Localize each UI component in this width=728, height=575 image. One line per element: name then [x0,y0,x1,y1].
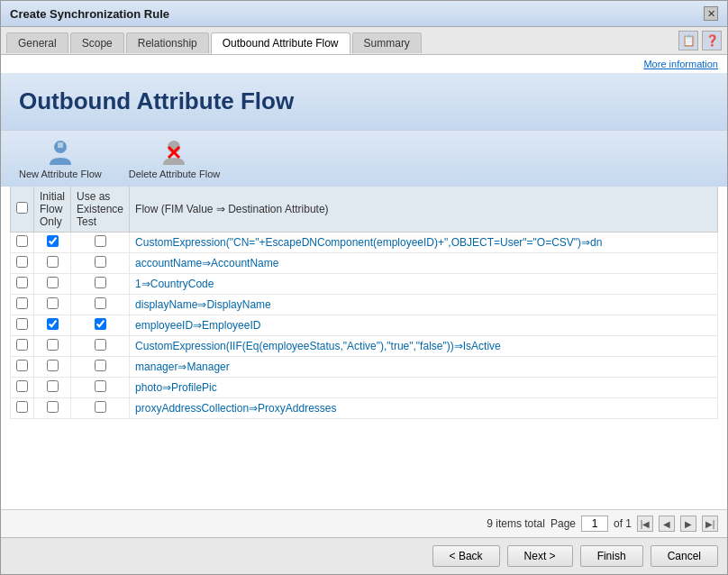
row-select-checkbox[interactable] [16,318,28,330]
page-label: Page [551,517,576,530]
flow-value: CustomExpression("CN="+EscapeDNComponent… [130,233,718,253]
select-all-checkbox[interactable] [16,202,28,214]
prev-page-button[interactable]: ◀ [659,516,675,532]
flow-value: CustomExpression(IIF(Eq(employeeStatus,"… [130,336,718,357]
tab-summary[interactable]: Summary [352,32,422,53]
flow-value: manager⇒Manager [130,357,718,378]
table-row: displayName⇒DisplayName [11,295,718,315]
next-button[interactable]: Next > [507,545,573,567]
flow-value: accountName⇒AccountName [130,253,718,274]
initial-flow-checkbox[interactable] [47,277,59,288]
table-header: Initial Flow Only Use as Existence Test … [11,187,718,233]
svg-rect-1 [58,142,63,148]
initial-flow-checkbox[interactable] [47,318,59,330]
table-row: photo⇒ProfilePic [11,378,718,398]
flow-value: displayName⇒DisplayName [130,295,718,315]
more-information-link[interactable]: More information [1,55,727,73]
header-section: Outbound Attribute Flow [1,73,727,130]
existence-test-checkbox[interactable] [95,401,106,413]
row-select-checkbox[interactable] [16,235,28,247]
existence-test-checkbox[interactable] [95,256,106,268]
cancel-button[interactable]: Cancel [651,545,718,567]
existence-test-checkbox[interactable] [95,297,106,309]
page-of-label: of 1 [614,517,632,530]
help-book-icon[interactable]: 📋 [678,31,698,50]
initial-flow-checkbox[interactable] [47,297,59,309]
delete-attribute-flow-label: Delete Attribute Flow [129,169,221,179]
col-existence-test: Use as Existence Test [71,187,130,233]
existence-test-checkbox[interactable] [95,380,106,392]
flow-value: 1⇒CountryCode [130,274,718,295]
table-row: CustomExpression(IIF(Eq(employeeStatus,"… [11,336,718,357]
tabs-row: General Scope Relationship Outbound Attr… [1,27,727,55]
window-title: Create Synchronization Rule [10,7,169,21]
tab-outbound-attribute-flow[interactable]: Outbound Attribute Flow [211,32,350,54]
row-select-checkbox[interactable] [16,256,28,268]
flow-value: proxyAddressCollection⇒ProxyAddresses [130,398,718,419]
finish-button[interactable]: Finish [580,545,643,567]
new-attribute-flow-icon [46,138,75,167]
first-page-button[interactable]: |◀ [637,516,653,532]
table-row: accountName⇒AccountName [11,253,718,274]
next-page-button[interactable]: ▶ [680,516,696,532]
col-select-all [11,187,34,233]
attribute-flow-table: Initial Flow Only Use as Existence Test … [10,187,718,419]
existence-test-checkbox[interactable] [95,318,106,330]
help-icon[interactable]: ❓ [702,31,722,50]
existence-test-checkbox[interactable] [95,277,106,288]
table-row: proxyAddressCollection⇒ProxyAddresses [11,398,718,419]
row-select-checkbox[interactable] [16,401,28,413]
tab-scope[interactable]: Scope [70,32,124,53]
existence-test-checkbox[interactable] [95,360,106,371]
existence-test-checkbox[interactable] [95,339,106,351]
items-total: 9 items total [487,517,545,530]
row-select-checkbox[interactable] [16,360,28,371]
pagination-bar: 9 items total Page of 1 |◀ ◀ ▶ ▶| [1,509,727,537]
tab-general[interactable]: General [6,32,68,53]
footer: < Back Next > Finish Cancel [1,537,727,574]
last-page-button[interactable]: ▶| [702,516,718,532]
initial-flow-checkbox[interactable] [47,235,59,247]
initial-flow-checkbox[interactable] [47,256,59,268]
new-attribute-flow-button[interactable]: New Attribute Flow [19,138,102,179]
close-button[interactable]: ✕ [704,6,718,21]
initial-flow-checkbox[interactable] [47,380,59,392]
tab-icons: 📋 ❓ [678,31,722,54]
main-window: Create Synchronization Rule ✕ General Sc… [0,0,728,575]
row-select-checkbox[interactable] [16,297,28,309]
initial-flow-checkbox[interactable] [47,339,59,351]
page-title: Outbound Attribute Flow [19,87,709,115]
table-row: manager⇒Manager [11,357,718,378]
initial-flow-checkbox[interactable] [47,360,59,371]
new-attribute-flow-label: New Attribute Flow [19,169,102,179]
title-bar: Create Synchronization Rule ✕ [1,1,727,27]
col-flow: Flow (FIM Value ⇒ Destination Attribute) [130,187,718,233]
delete-attribute-flow-icon [159,138,188,167]
toolbar: New Attribute Flow Delete Attribute Flow [1,130,727,187]
row-select-checkbox[interactable] [16,339,28,351]
row-select-checkbox[interactable] [16,380,28,392]
row-select-checkbox[interactable] [16,277,28,288]
flow-value: photo⇒ProfilePic [130,378,718,398]
tab-relationship[interactable]: Relationship [126,32,209,53]
delete-attribute-flow-button[interactable]: Delete Attribute Flow [129,138,221,179]
col-initial-flow: Initial Flow Only [34,187,71,233]
initial-flow-checkbox[interactable] [47,401,59,413]
existence-test-checkbox[interactable] [95,235,106,247]
page-number-input[interactable] [581,516,608,532]
back-button[interactable]: < Back [432,545,500,567]
content-area: More information Outbound Attribute Flow… [1,55,727,537]
table-row: employeeID⇒EmployeeID [11,315,718,336]
flow-value: employeeID⇒EmployeeID [130,315,718,336]
table-row: CustomExpression("CN="+EscapeDNComponent… [11,233,718,253]
table-section: Initial Flow Only Use as Existence Test … [1,187,727,509]
table-row: 1⇒CountryCode [11,274,718,295]
